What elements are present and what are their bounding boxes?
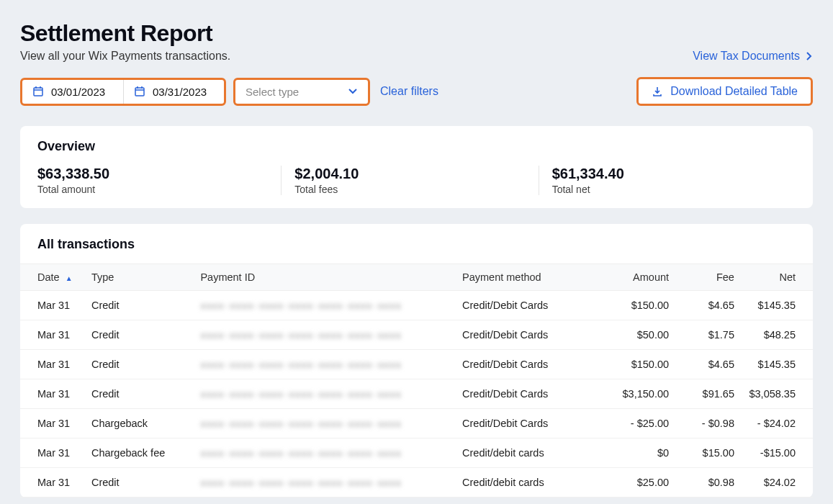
col-header-net[interactable]: Net (740, 264, 813, 291)
page-subtitle: View all your Wix Payments transactions. (20, 50, 230, 63)
stat-total-amount-label: Total amount (37, 184, 281, 195)
table-row[interactable]: Mar 31Creditxxxx-xxxx-xxxx-xxxx-xxxx-xxx… (20, 350, 813, 379)
stat-total-net-value: $61,334.40 (552, 166, 796, 182)
cell-amount: $25.00 (602, 468, 675, 498)
type-select[interactable]: Select type (233, 78, 370, 106)
table-row[interactable]: Mar 31Creditxxxx-xxxx-xxxx-xxxx-xxxx-xxx… (20, 379, 813, 409)
cell-date: Mar 31 (20, 350, 86, 379)
transactions-table: Date ▲ Type Payment ID Payment method Am… (20, 264, 813, 498)
cell-fee: $91.65 (675, 379, 740, 409)
cell-date: Mar 31 (20, 379, 86, 409)
overview-card: Overview $63,338.50 Total amount $2,004.… (20, 126, 813, 208)
cell-net: $3,058.35 (740, 379, 813, 409)
cell-type: Credit (86, 468, 195, 498)
cell-method: Credit/debit cards (456, 438, 602, 468)
chevron-right-icon (806, 51, 813, 61)
overview-heading: Overview (37, 139, 796, 154)
transactions-card: All transactions Date ▲ Type Payment ID … (20, 224, 813, 498)
calendar-icon (134, 86, 145, 97)
table-row[interactable]: Mar 31Chargeback feexxxx-xxxx-xxxx-xxxx-… (20, 438, 813, 468)
view-tax-documents-label: View Tax Documents (693, 50, 800, 63)
cell-fee: $4.65 (675, 291, 740, 320)
cell-amount: - $25.00 (602, 409, 675, 438)
download-detailed-table-button[interactable]: Download Detailed Table (636, 77, 813, 106)
cell-amount: $150.00 (602, 291, 675, 320)
cell-net: -$15.00 (740, 438, 813, 468)
cell-type: Credit (86, 320, 195, 350)
col-header-payment-id[interactable]: Payment ID (194, 264, 456, 291)
date-range-picker[interactable]: 03/01/2023 03/31/2023 (20, 78, 226, 106)
cell-amount: $150.00 (602, 350, 675, 379)
svg-rect-1 (135, 88, 144, 96)
col-header-type[interactable]: Type (86, 264, 195, 291)
cell-method: Credit/Debit Cards (456, 291, 602, 320)
cell-fee: $0.98 (675, 468, 740, 498)
table-row[interactable]: Mar 31Creditxxxx-xxxx-xxxx-xxxx-xxxx-xxx… (20, 468, 813, 498)
stat-total-net: $61,334.40 Total net (539, 166, 796, 195)
cell-type: Chargeback fee (86, 438, 195, 468)
cell-fee: $1.75 (675, 320, 740, 350)
cell-net: $145.35 (740, 291, 813, 320)
transactions-heading: All transactions (20, 237, 813, 252)
cell-method: Credit/Debit Cards (456, 320, 602, 350)
cell-type: Credit (86, 291, 195, 320)
col-header-amount[interactable]: Amount (602, 264, 675, 291)
date-from-value: 03/01/2023 (51, 86, 105, 98)
table-row[interactable]: Mar 31Chargebackxxxx-xxxx-xxxx-xxxx-xxxx… (20, 409, 813, 438)
cell-method: Credit/Debit Cards (456, 379, 602, 409)
cell-net: $48.25 (740, 320, 813, 350)
cell-payment-id: xxxx-xxxx-xxxx-xxxx-xxxx-xxxx-xxxx (194, 320, 456, 350)
col-header-fee[interactable]: Fee (675, 264, 740, 291)
stat-total-net-label: Total net (552, 184, 796, 195)
clear-filters-link[interactable]: Clear filters (380, 85, 438, 98)
cell-type: Credit (86, 350, 195, 379)
stat-total-fees-value: $2,004.10 (294, 166, 538, 182)
cell-net: $145.35 (740, 350, 813, 379)
cell-net: $24.02 (740, 468, 813, 498)
svg-rect-0 (34, 88, 42, 96)
cell-amount: $3,150.00 (602, 379, 675, 409)
cell-type: Chargeback (86, 409, 195, 438)
sort-asc-icon: ▲ (66, 274, 73, 282)
stat-total-amount: $63,338.50 Total amount (37, 166, 281, 195)
chevron-down-icon (348, 88, 358, 95)
view-tax-documents-link[interactable]: View Tax Documents (693, 50, 813, 63)
cell-date: Mar 31 (20, 468, 86, 498)
type-select-placeholder: Select type (246, 86, 299, 98)
date-from-input[interactable]: 03/01/2023 (22, 80, 123, 104)
col-header-date-label: Date (37, 271, 60, 283)
cell-amount: $0 (602, 438, 675, 468)
download-icon (652, 86, 663, 97)
page-title: Settlement Report (20, 20, 230, 47)
calendar-icon (32, 86, 44, 97)
cell-date: Mar 31 (20, 409, 86, 438)
cell-date: Mar 31 (20, 320, 86, 350)
cell-type: Credit (86, 379, 195, 409)
cell-fee: $15.00 (675, 438, 740, 468)
download-button-label: Download Detailed Table (670, 85, 798, 98)
cell-fee: - $0.98 (675, 409, 740, 438)
col-header-date[interactable]: Date ▲ (20, 264, 86, 291)
cell-date: Mar 31 (20, 291, 86, 320)
stat-total-amount-value: $63,338.50 (37, 166, 281, 182)
table-row[interactable]: Mar 31Creditxxxx-xxxx-xxxx-xxxx-xxxx-xxx… (20, 291, 813, 320)
cell-payment-id: xxxx-xxxx-xxxx-xxxx-xxxx-xxxx-xxxx (194, 291, 456, 320)
cell-payment-id: xxxx-xxxx-xxxx-xxxx-xxxx-xxxx-xxxx (194, 409, 456, 438)
cell-payment-id: xxxx-xxxx-xxxx-xxxx-xxxx-xxxx-xxxx (194, 350, 456, 379)
cell-method: Credit/Debit Cards (456, 409, 602, 438)
stat-total-fees-label: Total fees (294, 184, 538, 195)
cell-payment-id: xxxx-xxxx-xxxx-xxxx-xxxx-xxxx-xxxx (194, 379, 456, 409)
cell-payment-id: xxxx-xxxx-xxxx-xxxx-xxxx-xxxx-xxxx (194, 438, 456, 468)
stat-total-fees: $2,004.10 Total fees (281, 166, 538, 195)
col-header-payment-method[interactable]: Payment method (456, 264, 602, 291)
cell-method: Credit/Debit Cards (456, 350, 602, 379)
cell-fee: $4.65 (675, 350, 740, 379)
cell-amount: $50.00 (602, 320, 675, 350)
table-row[interactable]: Mar 31Creditxxxx-xxxx-xxxx-xxxx-xxxx-xxx… (20, 320, 813, 350)
date-to-input[interactable]: 03/31/2023 (123, 80, 224, 104)
date-to-value: 03/31/2023 (153, 86, 207, 98)
cell-payment-id: xxxx-xxxx-xxxx-xxxx-xxxx-xxxx-xxxx (194, 468, 456, 498)
cell-method: Credit/debit cards (456, 468, 602, 498)
cell-date: Mar 31 (20, 438, 86, 468)
cell-net: - $24.02 (740, 409, 813, 438)
